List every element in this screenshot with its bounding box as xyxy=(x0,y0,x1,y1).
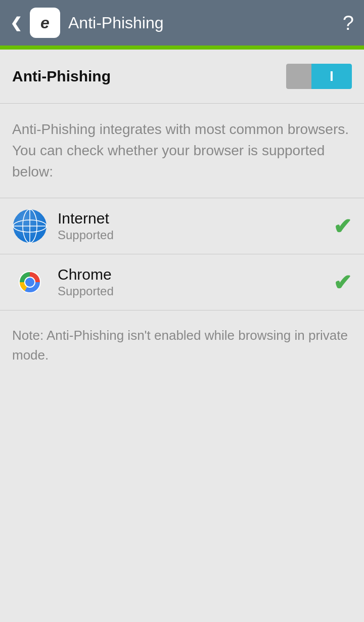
chrome-browser-info: Chrome Supported xyxy=(58,266,323,298)
svg-point-5 xyxy=(13,209,47,243)
internet-browser-status: Supported xyxy=(58,228,323,242)
antiphishing-toggle-section: Anti-Phishing I xyxy=(0,50,364,103)
internet-browser-info: Internet Supported xyxy=(58,210,323,242)
chrome-browser-status: Supported xyxy=(58,284,323,298)
note-text: Note: Anti-Phishing isn't enabled while … xyxy=(12,326,352,365)
chrome-icon xyxy=(12,264,48,300)
description-text: Anti-Phishing integrates with most commo… xyxy=(12,119,352,183)
chrome-browser-item: Chrome Supported ✔ xyxy=(0,254,364,310)
description-section: Anti-Phishing integrates with most commo… xyxy=(0,104,364,198)
chrome-supported-check: ✔ xyxy=(333,270,352,295)
back-arrow-icon[interactable]: ❮ xyxy=(10,15,22,31)
svg-point-7 xyxy=(25,278,34,287)
section-title: Anti-Phishing xyxy=(12,68,111,85)
antiphishing-toggle[interactable]: I xyxy=(286,64,352,89)
eset-logo: e xyxy=(30,8,60,38)
header-left: ❮ e Anti-Phishing xyxy=(10,8,164,38)
internet-browser-name: Internet xyxy=(58,210,323,227)
help-icon[interactable]: ? xyxy=(343,12,354,34)
toggle-on-part: I xyxy=(311,64,352,89)
main-content: Anti-Phishing I Anti-Phishing integrates… xyxy=(0,50,364,380)
chrome-browser-name: Chrome xyxy=(58,266,323,283)
note-section: Note: Anti-Phishing isn't enabled while … xyxy=(0,310,364,380)
toggle-off-part xyxy=(286,64,311,89)
status-bar xyxy=(0,46,364,50)
app-title: Anti-Phishing xyxy=(68,14,164,32)
internet-supported-check: ✔ xyxy=(333,213,352,239)
internet-icon xyxy=(12,208,48,244)
app-header: ❮ e Anti-Phishing ? xyxy=(0,0,364,46)
internet-browser-item: Internet Supported ✔ xyxy=(0,198,364,254)
